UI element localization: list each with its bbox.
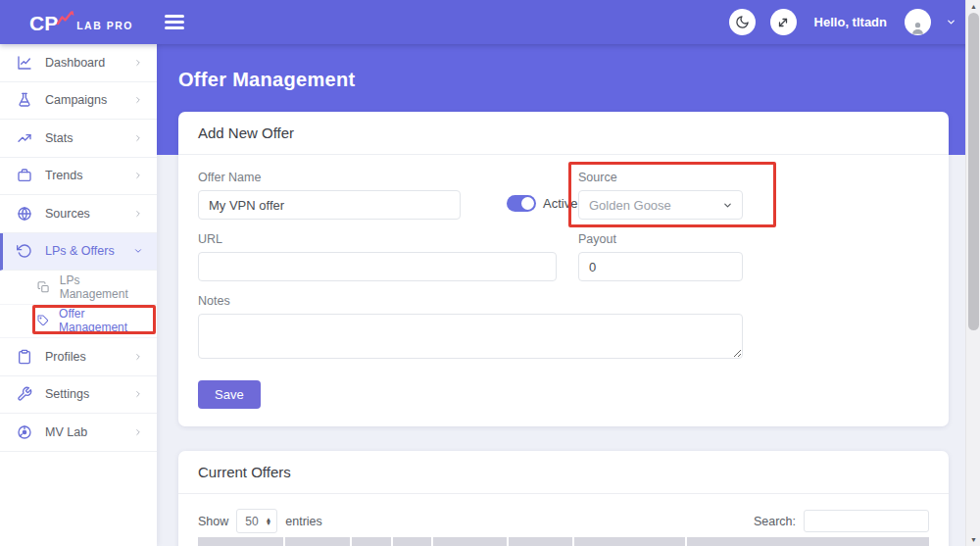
notes-textarea[interactable]: [198, 314, 743, 359]
globe-icon: [17, 206, 32, 222]
expand-icon: [776, 16, 790, 29]
offer-name-input[interactable]: [198, 190, 461, 220]
logo-text-cp: CP: [29, 14, 58, 33]
sidebar-item-profiles[interactable]: Profiles: [0, 338, 157, 376]
table-header-cell[interactable]: [509, 537, 572, 546]
chevron-right-icon: [133, 91, 143, 109]
table-header-cell[interactable]: [574, 537, 685, 546]
chevron-down-icon: [133, 242, 143, 260]
sidebar-item-lps-offers[interactable]: LPs & Offers: [0, 233, 157, 272]
table-header-cell[interactable]: [393, 537, 431, 546]
show-label: Show: [198, 515, 228, 528]
scroll-up-arrow[interactable]: ▲: [966, 3, 980, 10]
source-select[interactable]: Golden Goose: [578, 190, 743, 220]
scroll-down-arrow[interactable]: ▼: [966, 536, 980, 543]
add-offer-card-title: Add New Offer: [178, 112, 949, 155]
sidebar-item-trends[interactable]: Trends: [0, 158, 157, 196]
wrench-icon: [17, 386, 32, 402]
page-scrollbar[interactable]: ▲ ▼: [965, 0, 980, 546]
table-header-cell[interactable]: [352, 537, 391, 546]
table-header-cell[interactable]: [198, 537, 283, 546]
offer-name-label: Offer Name: [198, 171, 929, 184]
sidebar-item-settings[interactable]: Settings: [0, 376, 157, 415]
table-header-cell[interactable]: [433, 537, 507, 546]
chevron-right-icon: [133, 423, 143, 441]
sidebar-item-campaigns[interactable]: Campaigns: [0, 82, 157, 121]
search-label: Search:: [754, 515, 796, 528]
menu-toggle-button[interactable]: [165, 12, 184, 32]
chevron-right-icon: [133, 167, 143, 184]
page-size-select[interactable]: 50 ▲▼: [236, 509, 277, 533]
payout-input[interactable]: [578, 252, 743, 281]
fullscreen-button[interactable]: [770, 9, 797, 35]
notes-label: Notes: [198, 294, 929, 308]
person-icon: [909, 20, 926, 35]
source-label: Source: [578, 171, 743, 184]
chevron-down-icon: [722, 200, 733, 211]
sidebar: Dashboard Campaigns Stats Trends Sou: [0, 44, 157, 546]
page-title: Offer Management: [178, 69, 980, 91]
source-select-value: Golden Goose: [589, 198, 671, 213]
sidebar-item-stats[interactable]: Stats: [0, 120, 157, 158]
sort-updown-icon: ▲▼: [266, 518, 271, 525]
trending-up-icon: [17, 130, 32, 146]
active-toggle[interactable]: [507, 195, 536, 212]
chevron-right-icon: [133, 385, 143, 403]
clipboard-icon: [17, 349, 32, 365]
disc-icon: [17, 424, 32, 440]
logo-spark-icon: [57, 11, 74, 25]
table-controls: Show 50 ▲▼ entries Search:: [198, 509, 929, 533]
flask-icon: [17, 92, 32, 108]
payout-label: Payout: [578, 232, 743, 246]
table-header-cell[interactable]: [687, 537, 929, 546]
sidebar-item-lps-management[interactable]: LPs Management: [0, 271, 157, 305]
moon-icon: [735, 15, 750, 29]
current-offers-title: Current Offers: [178, 451, 949, 494]
url-label: URL: [198, 232, 929, 246]
sidebar-item-dashboard[interactable]: Dashboard: [0, 44, 157, 82]
url-input[interactable]: [198, 252, 557, 281]
rotate-ccw-icon: [17, 243, 32, 259]
offers-table-header: [198, 537, 929, 546]
topbar: CP LAB PRO Hello, tlt: [0, 0, 980, 44]
dark-mode-button[interactable]: [729, 9, 756, 35]
briefcase-icon: [17, 168, 32, 183]
chevron-right-icon: [133, 129, 143, 147]
chevron-right-icon: [133, 54, 143, 72]
table-search-input[interactable]: [804, 510, 929, 532]
table-header-cell[interactable]: [285, 537, 350, 546]
save-button[interactable]: Save: [198, 380, 261, 409]
entries-label: entries: [285, 515, 322, 528]
app-logo[interactable]: CP LAB PRO: [29, 11, 133, 33]
tag-icon: [37, 314, 49, 327]
app-window: CP LAB PRO Hello, tlt: [0, 0, 980, 546]
logo-text-suffix: LAB PRO: [76, 20, 133, 31]
active-toggle-label: Active: [543, 196, 577, 211]
user-greeting: Hello, tltadn: [814, 15, 887, 29]
copy-icon: [37, 280, 50, 294]
main-content: Offer Management Add New Offer Offer Nam…: [157, 44, 980, 546]
sidebar-item-mv-lab[interactable]: MV Lab: [0, 414, 157, 452]
sidebar-item-sources[interactable]: Sources: [0, 195, 157, 233]
current-offers-card: Current Offers Show 50 ▲▼ entries: [178, 451, 949, 546]
sidebar-item-offer-management[interactable]: Offer Management: [0, 305, 157, 339]
topbar-actions: Hello, tltadn: [729, 9, 980, 35]
user-menu-chevron-icon[interactable]: [946, 17, 956, 27]
dashboard-icon: [17, 55, 32, 71]
chevron-right-icon: [133, 205, 143, 223]
avatar[interactable]: [905, 9, 931, 35]
scrollbar-thumb[interactable]: [968, 13, 979, 330]
page-size-value: 50: [245, 515, 258, 528]
chevron-right-icon: [133, 348, 143, 366]
add-offer-card: Add New Offer Offer Name Active: [178, 112, 949, 426]
